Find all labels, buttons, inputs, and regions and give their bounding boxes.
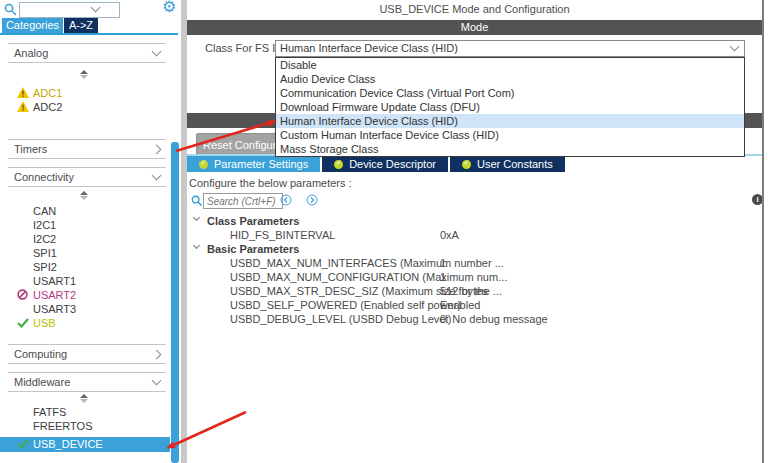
chevron-down-icon[interactable]: [193, 242, 200, 249]
group-label[interactable]: Class Parameters: [207, 214, 299, 228]
class-for-fs-ip-combobox[interactable]: Human Interface Device Class (HID): [275, 40, 745, 57]
dropdown-option[interactable]: Audio Device Class: [276, 72, 744, 86]
sidebar-item-label: CAN: [33, 205, 56, 217]
dropdown-option[interactable]: Human Interface Device Class (HID): [276, 114, 744, 128]
tab-device-descriptor[interactable]: Device Descriptor: [322, 156, 448, 172]
configure-parameters-text: Configure the below parameters :: [189, 176, 352, 190]
parameter-value[interactable]: 0: No debug message: [440, 312, 548, 326]
sidebar-item-label: USB_DEVICE: [33, 438, 103, 450]
sidebar-item-usb_device[interactable]: USB_DEVICE: [0, 437, 170, 452]
dropdown-option[interactable]: Communication Device Class (Virtual Port…: [276, 86, 744, 100]
chevron-down-icon: [152, 47, 162, 57]
sidebar-item-usart1[interactable]: USART1: [0, 274, 170, 288]
parameter-name[interactable]: USBD_SELF_POWERED (Enabled self power): [230, 298, 461, 312]
parameter-row: USBD_SELF_POWERED (Enabled self power)En…: [187, 298, 757, 312]
parameter-name[interactable]: USBD_MAX_NUM_CONFIGURATION (Maximum num.…: [230, 270, 507, 284]
section-label: Middleware: [14, 376, 70, 388]
sidebar-item-label: FATFS: [33, 406, 66, 418]
sidebar-item-fatfs[interactable]: FATFS: [0, 405, 170, 419]
chevron-right-icon: [152, 349, 162, 359]
sidebar-item-i2c1[interactable]: I2C1: [0, 218, 170, 232]
chevron-down-icon[interactable]: [193, 214, 200, 221]
tab-user-constants[interactable]: User Constants: [450, 156, 565, 172]
mode-section-header: Mode: [187, 20, 762, 35]
sidebar-section-middleware[interactable]: Middleware: [8, 372, 166, 392]
sidebar-section-computing[interactable]: Computing: [8, 344, 166, 364]
page-title: USB_DEVICE Mode and Configuration: [187, 0, 762, 18]
section-label: Analog: [14, 47, 48, 59]
parameter-row: USBD_MAX_STR_DESC_SIZ (Maximum size for …: [187, 284, 757, 298]
sidebar-item-adc1[interactable]: ADC1: [0, 86, 170, 100]
sidebar-item-freertos[interactable]: FREERTOS: [0, 419, 170, 433]
configuration-tabs: Parameter Settings Device Descriptor Use…: [187, 156, 565, 172]
parameter-name[interactable]: USBD_MAX_NUM_INTERFACES (Maximum number …: [230, 256, 504, 270]
parameter-value[interactable]: 512 bytes: [440, 284, 488, 298]
parameter-value[interactable]: 0xA: [440, 228, 459, 242]
sidebar-item-usart3[interactable]: USART3: [0, 302, 170, 316]
sidebar-section-timers[interactable]: Timers: [8, 139, 166, 159]
sidebar-item-label: USB: [33, 317, 56, 329]
sidebar-item-usart2[interactable]: USART2: [0, 288, 170, 302]
parameter-search-input[interactable]: [203, 193, 283, 209]
parameter-row: USBD_MAX_NUM_CONFIGURATION (Maximum num.…: [187, 270, 757, 284]
list-resize-spinner-icon[interactable]: [80, 70, 88, 79]
parameter-value[interactable]: 1: [440, 270, 446, 284]
sidebar-item-spi1[interactable]: SPI1: [0, 246, 170, 260]
sidebar-item-i2c2[interactable]: I2C2: [0, 232, 170, 246]
tab-a-to-z[interactable]: A->Z: [64, 18, 98, 33]
sidebar-item-usb[interactable]: USB: [0, 316, 170, 330]
sidebar-search-input[interactable]: [19, 2, 120, 18]
previous-match-icon[interactable]: [280, 194, 292, 208]
section-label: Connectivity: [14, 171, 74, 183]
sidebar-item-label: USART1: [33, 275, 76, 287]
sidebar-scrollbar-thumb[interactable]: [171, 142, 179, 463]
ok-dot-icon: [334, 160, 343, 169]
list-resize-spinner-icon[interactable]: [80, 191, 88, 200]
peripherals-sidebar: ⚙ Categories A->Z AnalogADC1ADC2TimersCo…: [0, 0, 181, 463]
sidebar-section-connectivity[interactable]: Connectivity: [8, 167, 166, 187]
sidebar-item-label: ADC2: [33, 101, 62, 113]
chevron-down-icon: [152, 171, 162, 181]
gear-icon[interactable]: ⚙: [162, 0, 176, 15]
search-icon: [191, 195, 203, 209]
group-label[interactable]: Basic Parameters: [207, 242, 299, 256]
warning-icon: [17, 87, 29, 101]
chevron-down-icon: [152, 376, 162, 386]
ok-dot-icon: [462, 160, 471, 169]
next-match-icon[interactable]: [306, 194, 318, 208]
sidebar-tab-underline: [0, 33, 178, 35]
sidebar-item-can[interactable]: CAN: [0, 204, 170, 218]
dropdown-option[interactable]: Download Firmware Update Class (DFU): [276, 100, 744, 114]
sidebar-item-adc2[interactable]: ADC2: [0, 100, 170, 114]
dropdown-option[interactable]: Disable: [276, 58, 744, 72]
sidebar-item-label: ADC1: [33, 87, 62, 99]
sidebar-item-label: SPI1: [33, 247, 57, 259]
parameter-name[interactable]: USBD_DEBUG_LEVEL (USBD Debug Level): [230, 312, 452, 326]
sidebar-item-label: SPI2: [33, 261, 57, 273]
dropdown-option[interactable]: Mass Storage Class: [276, 142, 744, 156]
dropdown-option[interactable]: Custom Human Interface Device Class (HID…: [276, 128, 744, 142]
parameter-name[interactable]: HID_FS_BINTERVAL: [230, 228, 335, 242]
tab-label: Parameter Settings: [214, 158, 308, 170]
sidebar-item-spi2[interactable]: SPI2: [0, 260, 170, 274]
search-icon: [4, 3, 17, 18]
parameter-value[interactable]: 1: [440, 256, 446, 270]
parameter-row: USBD_DEBUG_LEVEL (USBD Debug Level)0: No…: [187, 312, 757, 326]
section-label: Timers: [14, 143, 47, 155]
tab-label: User Constants: [477, 158, 553, 170]
tab-categories[interactable]: Categories: [2, 18, 63, 33]
section-label: Computing: [14, 348, 67, 360]
check-icon: [17, 438, 29, 453]
parameter-value[interactable]: Enabled: [440, 298, 480, 312]
parameter-row: HID_FS_BINTERVAL0xA: [187, 228, 757, 242]
parameter-group-row: Class Parameters: [187, 214, 757, 228]
tab-parameter-settings[interactable]: Parameter Settings: [187, 156, 320, 172]
sidebar-section-analog[interactable]: Analog: [8, 43, 166, 63]
check-icon: [17, 317, 29, 331]
parameter-row: USBD_MAX_NUM_INTERFACES (Maximum number …: [187, 256, 757, 270]
sidebar-item-label: USART2: [33, 289, 76, 301]
tab-label: Device Descriptor: [349, 158, 436, 170]
list-resize-spinner-icon[interactable]: [80, 394, 88, 403]
ok-dot-icon: [199, 160, 208, 169]
class-for-fs-ip-dropdown-list: DisableAudio Device ClassCommunication D…: [275, 57, 745, 157]
